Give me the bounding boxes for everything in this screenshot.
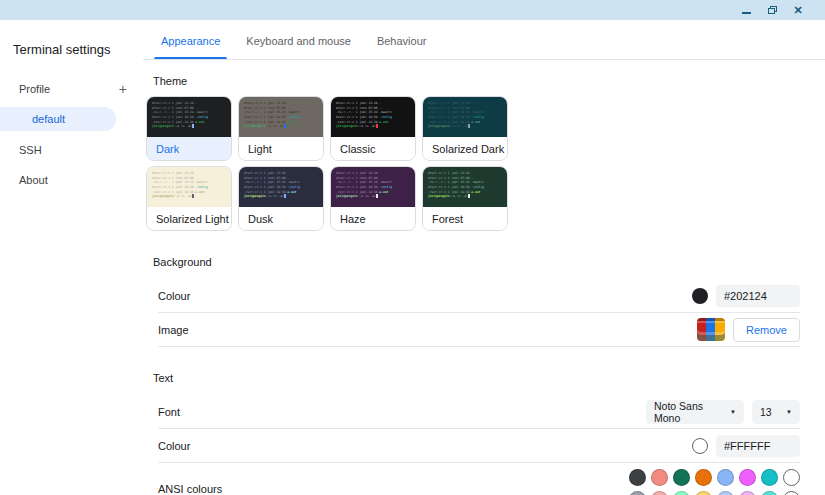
window-title-bar: ✕: [0, 0, 825, 20]
ansi-colour-swatch-bright-4[interactable]: [717, 491, 734, 495]
text-colour-input[interactable]: [716, 435, 800, 457]
ansi-colours-label: ANSI colours: [158, 483, 222, 495]
close-button[interactable]: ✕: [785, 0, 811, 20]
sidebar-item-ssh[interactable]: SSH: [0, 135, 143, 165]
font-family-value: Noto Sans Mono: [654, 400, 724, 424]
profile-label: Profile: [19, 83, 50, 95]
theme-option-light[interactable]: drwxr-xr-x 1 joel 13:28 .drwxr-xr-x 1 ro…: [238, 96, 324, 161]
background-image-label: Image: [158, 324, 189, 336]
ansi-colour-swatch-bright-1[interactable]: [651, 491, 668, 495]
text-colour-row: Colour: [158, 429, 800, 463]
theme-option-label: Solarized Dark: [423, 137, 507, 160]
theme-section-title: Theme: [153, 75, 825, 87]
ansi-colour-swatch-normal-5[interactable]: [739, 469, 756, 486]
theme-option-haze[interactable]: drwxr-xr-x 1 joel 13:28 .drwxr-xr-x 1 ro…: [330, 166, 416, 231]
text-colour-swatch[interactable]: [692, 438, 708, 454]
remove-image-button[interactable]: Remove: [733, 318, 800, 342]
background-image-row: Image Remove: [158, 313, 800, 347]
sidebar-item-profile[interactable]: Profile +: [0, 75, 143, 103]
theme-option-label: Forest: [423, 207, 507, 230]
background-colour-label: Colour: [158, 290, 190, 302]
minimize-button[interactable]: [733, 0, 759, 20]
theme-option-label: Dark: [147, 137, 231, 160]
restore-icon: [768, 6, 777, 14]
ansi-colour-swatch-bright-5[interactable]: [739, 491, 756, 495]
theme-option-solarized-light[interactable]: drwxr-xr-x 1 joel 13:28 .drwxr-xr-x 1 ro…: [146, 166, 232, 231]
theme-option-label: Dusk: [239, 207, 323, 230]
ansi-colour-swatch-bright-6[interactable]: [761, 491, 778, 495]
theme-thumbnail: drwxr-xr-x 1 joel 13:28 .drwxr-xr-x 1 ro…: [423, 97, 507, 137]
text-colour-label: Colour: [158, 440, 190, 452]
ansi-colour-swatch-normal-6[interactable]: [761, 469, 778, 486]
page-title: Terminal settings: [0, 20, 143, 57]
ansi-colour-swatch-normal-2[interactable]: [673, 469, 690, 486]
theme-option-label: Light: [239, 137, 323, 160]
ansi-normal-row: [629, 469, 800, 486]
ansi-colour-swatch-bright-0[interactable]: [629, 491, 646, 495]
close-icon: ✕: [793, 5, 802, 16]
default-profile-label: default: [32, 113, 65, 125]
theme-thumbnail: drwxr-xr-x 1 joel 13:28 .drwxr-xr-x 1 ro…: [147, 167, 231, 207]
ansi-colour-swatch-normal-4[interactable]: [717, 469, 734, 486]
ansi-colour-swatch-normal-3[interactable]: [695, 469, 712, 486]
font-family-select[interactable]: Noto Sans Mono ▼: [646, 400, 744, 424]
theme-thumbnail: drwxr-xr-x 1 joel 13:28 .drwxr-xr-x 1 ro…: [239, 167, 323, 207]
theme-option-classic[interactable]: drwxr-xr-x 1 joel 13:28 .drwxr-xr-x 1 ro…: [330, 96, 416, 161]
theme-thumbnail: drwxr-xr-x 1 joel 13:28 .drwxr-xr-x 1 ro…: [423, 167, 507, 207]
main-panel: AppearanceKeyboard and mouseBehaviour Th…: [143, 20, 825, 495]
ansi-colour-swatch-normal-7[interactable]: [783, 469, 800, 486]
sidebar-item-about[interactable]: About: [0, 165, 143, 195]
ansi-bright-row: [629, 491, 800, 495]
add-profile-button[interactable]: +: [119, 84, 127, 94]
restore-button[interactable]: [759, 0, 785, 20]
ansi-swatch-grid: [629, 469, 800, 495]
font-size-select[interactable]: 13 ▼: [752, 400, 800, 424]
background-colour-input[interactable]: [716, 285, 800, 307]
font-row: Font Noto Sans Mono ▼ 13 ▼: [158, 396, 800, 429]
font-label: Font: [158, 406, 180, 418]
tab-keyboard-and-mouse[interactable]: Keyboard and mouse: [233, 20, 364, 59]
theme-option-dusk[interactable]: drwxr-xr-x 1 joel 13:28 .drwxr-xr-x 1 ro…: [238, 166, 324, 231]
theme-thumbnail: drwxr-xr-x 1 joel 13:28 .drwxr-xr-x 1 ro…: [331, 97, 415, 137]
theme-option-label: Haze: [331, 207, 415, 230]
theme-grid: drwxr-xr-x 1 joel 13:28 .drwxr-xr-x 1 ro…: [146, 96, 825, 231]
sidebar: Terminal settings Profile + default SSH …: [0, 20, 143, 495]
tab-bar: AppearanceKeyboard and mouseBehaviour: [143, 20, 825, 60]
theme-option-label: Classic: [331, 137, 415, 160]
background-image-thumbnail[interactable]: [697, 318, 725, 341]
theme-option-solarized-dark[interactable]: drwxr-xr-x 1 joel 13:28 .drwxr-xr-x 1 ro…: [422, 96, 508, 161]
theme-thumbnail: drwxr-xr-x 1 joel 13:28 .drwxr-xr-x 1 ro…: [331, 167, 415, 207]
sidebar-item-default-profile[interactable]: default: [0, 107, 116, 131]
theme-option-forest[interactable]: drwxr-xr-x 1 joel 13:28 .drwxr-xr-x 1 ro…: [422, 166, 508, 231]
text-section-title: Text: [153, 372, 825, 384]
tab-behaviour[interactable]: Behaviour: [364, 20, 440, 59]
theme-option-label: Solarized Light: [147, 207, 231, 230]
theme-thumbnail: drwxr-xr-x 1 joel 13:28 .drwxr-xr-x 1 ro…: [239, 97, 323, 137]
chevron-down-icon: ▼: [730, 409, 736, 415]
minimize-icon: [742, 12, 751, 14]
background-colour-row: Colour: [158, 280, 800, 313]
ansi-colour-swatch-bright-7[interactable]: [783, 491, 800, 495]
ansi-colour-swatch-bright-2[interactable]: [673, 491, 690, 495]
sidebar-nav: Profile + default SSH About: [0, 75, 143, 195]
background-section-title: Background: [153, 256, 825, 268]
font-size-value: 13: [760, 406, 772, 418]
tab-appearance[interactable]: Appearance: [148, 20, 233, 59]
theme-thumbnail: drwxr-xr-x 1 joel 13:28 .drwxr-xr-x 1 ro…: [147, 97, 231, 137]
ansi-colour-swatch-normal-0[interactable]: [629, 469, 646, 486]
theme-option-dark[interactable]: drwxr-xr-x 1 joel 13:28 .drwxr-xr-x 1 ro…: [146, 96, 232, 161]
chevron-down-icon: ▼: [786, 409, 792, 415]
ansi-colour-swatch-normal-1[interactable]: [651, 469, 668, 486]
ansi-colour-swatch-bright-3[interactable]: [695, 491, 712, 495]
background-colour-swatch[interactable]: [692, 288, 708, 304]
ansi-colours-row: ANSI colours: [158, 463, 800, 495]
